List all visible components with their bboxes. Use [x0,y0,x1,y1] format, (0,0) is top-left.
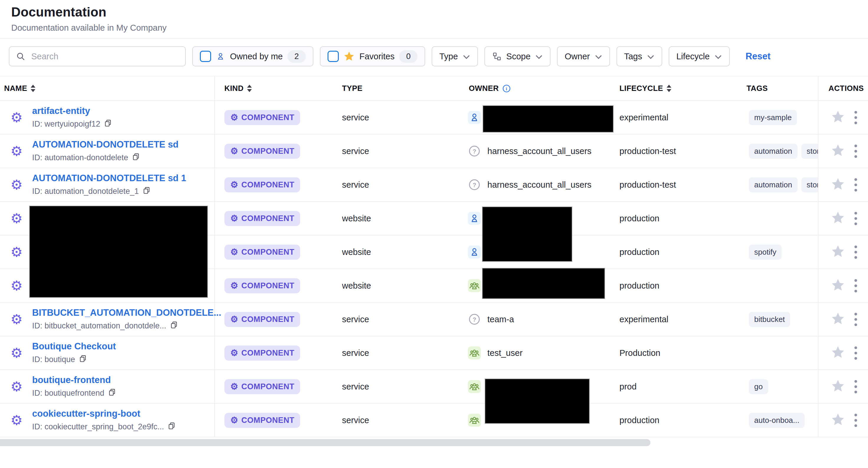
search-icon [16,52,25,61]
more-menu-button[interactable] [852,412,859,429]
entity-id: ID: wertyuiopoigf12 [32,119,112,129]
group-icon [468,414,481,427]
copy-icon[interactable] [104,119,112,129]
more-menu-button[interactable] [852,176,859,193]
tags-cell: go [737,370,818,403]
favorite-star-button[interactable] [831,312,845,327]
entity-name-link[interactable]: BITBUCKET_AUTOMATION_DONOTDELE... [32,308,221,318]
entity-id-text: ID: wertyuiopoigf12 [32,119,100,129]
copy-icon[interactable] [79,354,87,365]
favorite-star-button[interactable] [831,412,845,428]
copy-icon[interactable] [132,152,140,163]
owned-by-me-checkbox[interactable] [200,51,211,62]
gear-icon: ⚙︎ [230,416,238,425]
actions-cell [818,303,868,336]
kind-badge-label: COMPONENT [241,247,294,257]
entity-name-link[interactable]: cookiecutter-spring-boot [32,408,176,419]
entity-name-link[interactable]: AUTOMATION-DONOTDELETE sd [32,139,179,150]
filter-lifecycle[interactable]: Lifecycle [669,46,730,66]
entity-name-link[interactable]: AUTOMATION-DONOTDELETE sd 1 [32,173,186,183]
kind-badge-label: COMPONENT [241,147,294,156]
kind-cell: ⚙︎COMPONENT [215,202,330,235]
more-menu-button[interactable] [852,143,859,159]
copy-icon[interactable] [167,422,176,432]
redaction-box [482,207,572,262]
type-cell: website [330,235,460,268]
filter-scope-label: Scope [506,52,530,61]
filter-type[interactable]: Type [432,46,478,66]
column-header-kind[interactable]: KIND [215,77,330,100]
owner-cell: test_user [460,337,613,370]
filter-scope[interactable]: Scope [485,46,551,66]
lifecycle-cell: production-test [613,135,737,168]
owned-by-me-label: Owned by me [230,52,283,61]
favorite-star-button[interactable] [831,244,845,260]
favorites-count: 0 [399,50,417,63]
favorites-checkbox[interactable] [328,51,339,62]
copy-icon[interactable] [108,388,116,398]
actions-cell [818,101,868,134]
copy-icon[interactable] [143,186,151,197]
favorite-star-button[interactable] [831,379,845,394]
info-icon[interactable]: i [502,84,511,93]
more-menu-button[interactable] [852,210,859,227]
entity-name-link[interactable]: artifact-entity [32,106,112,116]
filter-bar: Owned by me 2 Favorites 0 Type Scope Own… [9,46,770,66]
tags-cell: bitbucket [737,303,818,336]
more-menu-button[interactable] [852,277,859,294]
kind-cell: ⚙︎COMPONENT [215,370,330,403]
kind-badge-label: COMPONENT [241,416,294,425]
favorites-filter[interactable]: Favorites 0 [320,46,425,66]
search-box[interactable] [9,46,186,66]
more-menu-button[interactable] [852,311,859,328]
gear-icon: ⚙︎ [10,413,23,427]
owned-by-me-filter[interactable]: Owned by me 2 [192,46,313,66]
kind-cell: ⚙︎COMPONENT [215,303,330,336]
actions-cell [818,202,868,235]
more-menu-button[interactable] [852,345,859,361]
column-header-name[interactable]: NAME [0,77,215,100]
sort-icon[interactable] [666,85,671,92]
horizontal-scrollbar-thumb[interactable] [0,439,650,446]
more-menu-button[interactable] [852,244,859,261]
favorite-star-button[interactable] [831,345,845,360]
chevron-down-icon [714,55,722,59]
chevron-down-icon [595,55,602,59]
column-header-actions: ACTIONS [818,77,868,100]
reset-button[interactable]: Reset [746,51,770,62]
favorite-star-button[interactable] [831,177,845,193]
user-icon [468,212,481,225]
kind-badge: ⚙︎COMPONENT [224,413,300,428]
name-cell: ⚙︎AUTOMATION-DONOTDELETE sdID: automatio… [0,135,215,168]
name-cell: ⚙︎Boutique CheckoutID: boutique [0,337,215,370]
sort-icon[interactable] [247,85,252,92]
owner-cell: ?team-a [460,303,613,336]
filter-tags[interactable]: Tags [617,46,662,66]
lifecycle-value: production [619,247,659,257]
kind-badge-label: COMPONENT [241,214,294,223]
tags-cell: spotify [737,235,818,268]
column-header-lifecycle[interactable]: LIFECYCLE [613,77,737,100]
question-icon: ? [468,178,481,191]
owner-cell: ?harness_account_all_users [460,168,613,201]
favorite-star-button[interactable] [831,143,845,159]
filter-owner[interactable]: Owner [557,46,610,66]
more-menu-button[interactable] [852,378,859,395]
actions-cell [818,269,868,302]
favorite-star-button[interactable] [831,110,845,125]
column-header-type: TYPE [330,77,460,100]
kind-cell: ⚙︎COMPONENT [215,135,330,168]
column-header-tags: TAGS [737,77,818,100]
entity-name-link[interactable]: boutique-frontend [32,375,116,385]
type-value: website [342,214,371,223]
favorite-star-button[interactable] [831,211,845,226]
search-input[interactable] [31,51,179,62]
favorite-star-button[interactable] [831,278,845,293]
copy-icon[interactable] [170,321,178,331]
entity-name-link[interactable]: Boutique Checkout [32,341,116,352]
actions-cell [818,370,868,403]
kind-badge: ⚙︎COMPONENT [224,346,300,360]
more-menu-button[interactable] [852,109,859,126]
gear-icon: ⚙︎ [230,315,238,324]
sort-icon[interactable] [31,85,35,92]
